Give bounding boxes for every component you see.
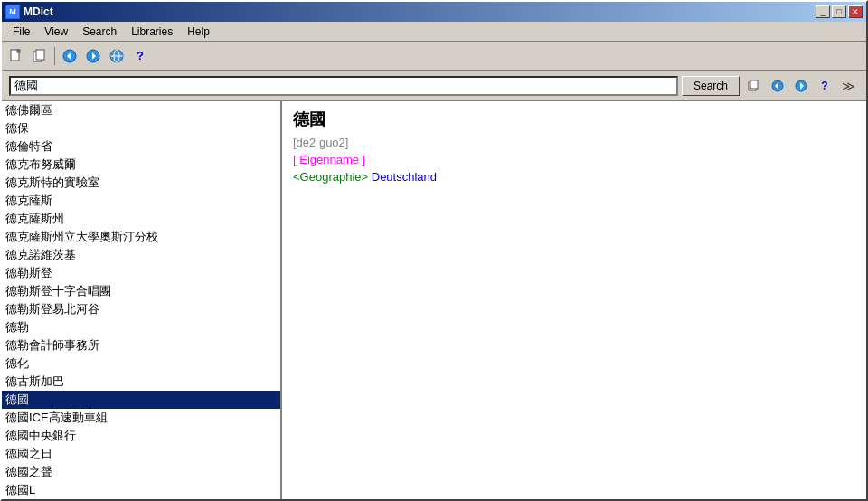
word-item[interactable]: 德保 (2, 119, 280, 137)
word-list-scroll[interactable]: 德圄微召微收微文微氏姐妹微稅德德事隆德仁德佛爾區德保德倫特省德克布努威爾德克斯特… (2, 101, 280, 499)
search-info-btn[interactable]: ? (814, 75, 835, 97)
definition-panel: 德國 [de2 guo2] [ Eigenname ] <Geographie>… (282, 101, 866, 499)
search-next-btn[interactable] (790, 75, 812, 97)
toolbar-file-btn[interactable] (5, 45, 27, 67)
word-item[interactable]: 德國之日 (2, 445, 280, 463)
word-item[interactable]: 德倫特省 (2, 137, 280, 156)
searchbar: Search ? ≫ (2, 71, 866, 101)
toolbar-forward-btn[interactable] (82, 45, 104, 67)
word-item[interactable]: 德國之聲 (2, 463, 280, 481)
search-copy-btn[interactable] (743, 75, 765, 97)
toolbar-help-btn[interactable]: ? (129, 45, 151, 67)
menu-search[interactable]: Search (75, 24, 124, 40)
toolbar-globe-btn[interactable] (106, 45, 127, 67)
menu-file[interactable]: File (5, 24, 37, 40)
word-item[interactable]: 德克布努威爾 (2, 156, 280, 174)
word-item[interactable]: 德勒斯登易北河谷 (2, 300, 280, 318)
word-item[interactable]: 德勒斯登十字合唱團 (2, 282, 280, 300)
word-item[interactable]: 德克薩斯州立大學奧斯汀分校 (2, 228, 280, 246)
titlebar: M MDict _ □ ✕ (2, 2, 866, 22)
maximize-button[interactable]: □ (832, 5, 846, 18)
definition-geographie: <Geographie> Deutschland (293, 170, 855, 184)
word-item[interactable]: 德勒 (2, 318, 280, 336)
word-item[interactable]: 德佛爾區 (2, 101, 280, 119)
word-item[interactable]: 德克薩斯 (2, 192, 280, 210)
main-window: M MDict _ □ ✕ File View Search Libraries… (0, 0, 868, 501)
word-item[interactable]: 德國 (2, 391, 280, 409)
menubar: File View Search Libraries Help (2, 22, 866, 42)
menu-help[interactable]: Help (180, 24, 217, 40)
svg-rect-4 (36, 50, 44, 60)
definition-pinyin: [de2 guo2] (293, 136, 855, 149)
toolbar: ? (2, 42, 866, 71)
menu-libraries[interactable]: Libraries (124, 24, 180, 40)
word-item[interactable]: 德克斯特的實驗室 (2, 174, 280, 192)
search-expand-btn[interactable]: ≫ (837, 75, 859, 97)
geo-label: <Geographie> (293, 170, 368, 184)
word-list-panel: 德圄微召微收微文微氏姐妹微稅德德事隆德仁德佛爾區德保德倫特省德克布努威爾德克斯特… (2, 101, 282, 499)
minimize-button[interactable]: _ (816, 5, 830, 18)
search-button[interactable]: Search (682, 76, 740, 96)
close-button[interactable]: ✕ (848, 5, 863, 18)
search-prev-btn[interactable] (767, 75, 788, 97)
main-content: 德圄微召微收微文微氏姐妹微稅德德事隆德仁德佛爾區德保德倫特省德克布努威爾德克斯特… (2, 101, 866, 499)
word-item[interactable]: 德國ICE高速動車組 (2, 409, 280, 427)
app-icon: M (5, 5, 20, 19)
toolbar-sep-1 (54, 47, 55, 65)
toolbar-copy-btn[interactable] (29, 45, 51, 67)
window-title: MDict (24, 5, 53, 18)
word-item[interactable]: 德古斯加巴 (2, 373, 280, 391)
word-item[interactable]: 德克薩斯州 (2, 210, 280, 228)
definition-eigenname: [ Eigenname ] (293, 153, 855, 166)
word-item[interactable]: 德國中央銀行 (2, 427, 280, 445)
search-input[interactable] (9, 76, 678, 96)
svg-rect-13 (750, 80, 758, 89)
word-item[interactable]: 德克諾維茨基 (2, 246, 280, 264)
toolbar-back-btn[interactable] (59, 45, 80, 67)
word-item[interactable]: 德國L (2, 481, 280, 499)
word-item[interactable]: 德勒斯登 (2, 264, 280, 282)
word-item[interactable]: 德化 (2, 354, 280, 373)
geo-value: Deutschland (372, 170, 437, 184)
menu-view[interactable]: View (37, 24, 75, 40)
word-item[interactable]: 德勒會計師事務所 (2, 336, 280, 354)
definition-title: 德國 (293, 109, 855, 130)
